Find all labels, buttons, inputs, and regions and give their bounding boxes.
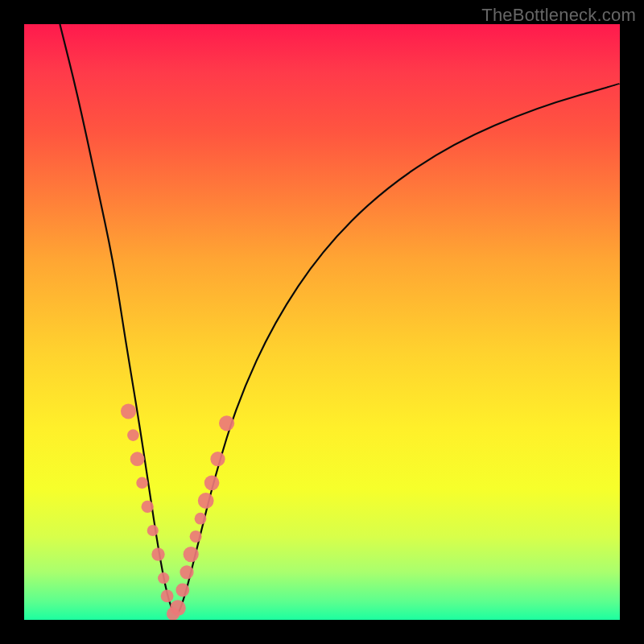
highlight-dot [130,452,145,466]
highlight-dot [204,476,220,491]
highlight-dot [175,584,189,597]
plot-area [24,24,620,620]
highlight-dot [147,525,159,536]
highlight-dot [184,547,199,562]
watermark-text: TheBottleneck.com [481,5,636,26]
highlight-dot [198,493,214,509]
highlight-dot [190,530,202,543]
chart-frame: TheBottleneck.com [0,0,644,644]
highlight-dot [151,547,164,560]
dots-layer [121,404,234,621]
highlight-dot [136,477,147,489]
highlight-dot [121,404,136,419]
highlight-dot [180,565,193,579]
curve-layer [60,24,620,614]
chart-svg [24,24,620,620]
highlight-dot [161,590,174,603]
highlight-dot [195,513,207,525]
bottleneck-curve-path [60,24,620,614]
highlight-dot [170,600,186,616]
highlight-dot [158,572,169,584]
highlight-dot [142,501,154,513]
highlight-dot [210,452,225,466]
highlight-dot [127,429,139,441]
highlight-dot [219,415,234,431]
